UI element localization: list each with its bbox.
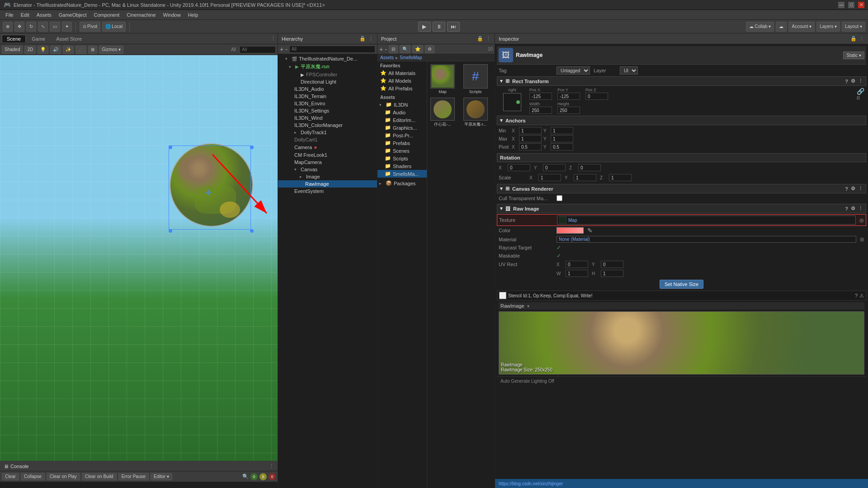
hier-camera[interactable]: Camera ● (278, 143, 377, 151)
project-star-button[interactable]: ⭐ (412, 45, 423, 53)
ri-help-icon[interactable]: ? (845, 206, 848, 211)
hierarchy-subtract-button[interactable]: - (285, 46, 288, 53)
menu-file[interactable]: File (2, 10, 17, 19)
menu-component[interactable]: Component (90, 10, 123, 19)
hier-enviro[interactable]: IL3DN_Enviro (278, 100, 377, 107)
proj-all-prefabs[interactable]: ⭐ All Prefabs (377, 84, 427, 92)
console-clear-build-button[interactable]: Clear on Build (82, 473, 117, 480)
hierarchy-search[interactable] (289, 46, 375, 53)
hierarchy-menu-icon[interactable]: ⋮ (368, 36, 373, 42)
scene-viewport[interactable]: ✛ (0, 55, 278, 461)
anchor-max-x[interactable] (519, 135, 542, 142)
hier-mapcam[interactable]: MapCamera (278, 159, 377, 166)
pivot-button[interactable]: ⊙ Pivot (80, 22, 100, 32)
close-button[interactable]: ✕ (858, 2, 864, 8)
proj-editorim[interactable]: 📁 EditorIm... (377, 116, 427, 124)
proj-smellsmap[interactable]: 📁 SmellsMa... (377, 170, 427, 178)
scene-search[interactable] (240, 46, 276, 53)
canvas-renderer-section[interactable]: ▾ ⊞ Canvas Renderer ? ⚙ ⋮ (497, 184, 866, 193)
set-native-size-button[interactable]: Set Native Size (660, 280, 703, 289)
anchors-section[interactable]: ▾ Anchors (497, 116, 866, 125)
minimize-button[interactable]: — (838, 2, 844, 8)
tab-game[interactable]: Game (27, 35, 50, 43)
scene-map-object[interactable] (170, 143, 253, 227)
hier-wind[interactable]: IL3DN_Wind (278, 114, 377, 122)
scene-tab-menu[interactable]: ⋮ (271, 36, 276, 42)
texture-selector-icon[interactable]: ◎ (859, 217, 864, 223)
proj-postpr[interactable]: 📁 Post-Pr... (377, 131, 427, 139)
raw-image-section[interactable]: ▾ 🖼 Raw Image ? ⚙ ⋮ (497, 204, 866, 213)
ri-settings-icon[interactable]: ⚙ (851, 206, 855, 211)
color-swatch[interactable] (557, 227, 584, 234)
selection-handle-bl[interactable] (169, 229, 172, 233)
project-menu-icon[interactable]: ⋮ (486, 36, 491, 42)
hier-fpscontroller[interactable]: ▶ FPSController (278, 71, 377, 78)
play-button[interactable]: ▶ (418, 22, 431, 32)
anchor-min-y[interactable] (551, 127, 573, 134)
proj-scenes-folder[interactable]: 📁 Scenes (377, 147, 427, 155)
console-menu-icon[interactable]: ⋮ (269, 463, 274, 469)
width-input[interactable] (529, 107, 552, 114)
shaded-dropdown[interactable]: Shaded (2, 46, 23, 54)
rotate-tool[interactable]: ↻ (26, 22, 36, 32)
proj-all-materials[interactable]: ⭐ All Materials (377, 69, 427, 77)
grid-button[interactable]: ⊞ (88, 46, 97, 54)
hier-dolly2[interactable]: DollyCart1 (278, 136, 377, 143)
hierarchy-add-button[interactable]: + (280, 46, 283, 53)
custom-tool[interactable]: ✦ (62, 22, 72, 32)
hier-fps[interactable]: ▾ ▶ 平原灰魔-run (278, 62, 377, 71)
cloud-button[interactable]: ☁ (776, 22, 787, 32)
hierarchy-lock-icon[interactable]: 🔒 (359, 36, 366, 42)
scale-y-input[interactable] (574, 174, 596, 181)
proj-packages-folder[interactable]: ▸ 📦 Packages (377, 179, 427, 187)
pivot-x[interactable] (519, 143, 542, 150)
sound-button[interactable]: 🔊 (50, 46, 61, 54)
menu-help[interactable]: Help (184, 10, 202, 19)
uv-x-input[interactable] (566, 261, 588, 268)
maskable-checkbox[interactable]: ✓ (557, 253, 561, 259)
hier-dirlight[interactable]: Directional Light (278, 78, 377, 85)
proj-graphics[interactable]: 📁 Graphics... (377, 124, 427, 131)
cr-settings-icon[interactable]: ⚙ (851, 186, 855, 192)
proj-prefabs[interactable]: 📁 Prefabs (377, 139, 427, 147)
account-button[interactable]: Account ▾ (788, 22, 815, 32)
project-add-button[interactable]: + (379, 46, 383, 53)
scene-cam-button[interactable]: 🎥 (75, 46, 86, 54)
proj-all-models[interactable]: ⭐ All Models (377, 77, 427, 84)
material-selector-icon[interactable]: ◎ (860, 236, 864, 242)
selection-handle-tr[interactable] (250, 145, 254, 149)
project-settings-button[interactable]: ⚙ (425, 45, 434, 53)
project-view-toggle[interactable]: ⊟ (389, 45, 398, 53)
menu-edit[interactable]: Edit (17, 10, 33, 19)
cr-more-icon[interactable]: ⋮ (858, 186, 863, 192)
scale-tool[interactable]: ⤡ (38, 22, 48, 32)
hier-audio[interactable]: IL3DN_Audio (278, 85, 377, 93)
hier-root[interactable]: ▾ 🎬 TheIllustratedNature_De... (278, 55, 377, 62)
hier-image[interactable]: ▸ Image (278, 173, 377, 180)
rawimage-dropdown[interactable]: RawImage ▾ (499, 302, 864, 310)
menu-gameobject[interactable]: GameObject (55, 10, 90, 19)
pos-z-input[interactable] (585, 93, 608, 100)
anchor-min-x[interactable] (519, 127, 542, 134)
rect-settings-icon[interactable]: ⚙ (851, 78, 855, 84)
scale-z-input[interactable] (609, 174, 632, 181)
console-clear-play-button[interactable]: Clear on Play (47, 473, 80, 480)
tab-scene[interactable]: Scene (2, 35, 26, 42)
rect-more-icon[interactable]: ⋮ (858, 78, 863, 84)
proj-audio[interactable]: 📁 Audio (377, 108, 427, 116)
link-icon[interactable]: 🔗 (857, 88, 864, 95)
window-controls[interactable]: — □ ✕ (838, 2, 864, 8)
maximize-button[interactable]: □ (848, 2, 854, 8)
static-button[interactable]: Static ▾ (843, 52, 864, 59)
anchor-max-y[interactable] (551, 135, 573, 142)
hier-terrain[interactable]: IL3DN_Terrain (278, 93, 377, 100)
fx-button[interactable]: ✨ (63, 46, 74, 54)
pos-y-input[interactable] (557, 93, 580, 100)
uv-w-input[interactable] (566, 270, 588, 277)
project-subtract-button[interactable]: - (385, 46, 387, 53)
console-error-pause-button[interactable]: Error Pause (118, 473, 149, 480)
pos-x-input[interactable] (529, 93, 552, 100)
step-button[interactable]: ⏭ (447, 22, 460, 32)
layers-button[interactable]: Layers ▾ (816, 22, 840, 32)
height-input[interactable] (557, 107, 580, 114)
